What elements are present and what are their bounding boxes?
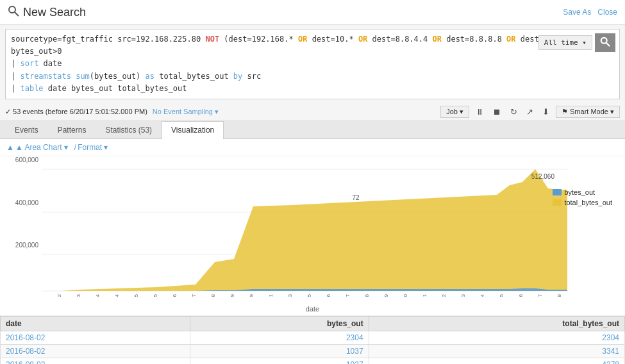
x-axis-label: date: [0, 304, 625, 316]
query-line1: sourcetype=fgt_traffic src=192.168.225.8…: [11, 33, 614, 58]
svg-text:2016-08-13: 2016-08-13: [287, 294, 293, 297]
svg-text:2016-08-04: 2016-08-04: [114, 294, 120, 297]
page-title-area: New Search: [8, 5, 86, 19]
query-line3: | streamstats sum(bytes_out) as total_by…: [11, 70, 614, 83]
share-button[interactable]: ↗: [524, 106, 536, 118]
cell-total-bytes-out: 3341: [369, 344, 624, 358]
header-actions: Save As Close: [563, 8, 617, 17]
table-row: 2016-08-02 1037 4378: [1, 358, 625, 364]
y-axis: 600,000 400,000 200,000: [5, 156, 38, 285]
svg-text:2016-08-22: 2016-08-22: [441, 294, 447, 297]
search-icon: [8, 5, 19, 19]
cell-total-bytes-out: 2304: [369, 331, 624, 344]
cell-date[interactable]: 2016-08-02: [1, 344, 190, 358]
query-line2: | sort date: [11, 58, 614, 70]
svg-text:2016-08-03: 2016-08-03: [76, 294, 81, 297]
tab-statistics[interactable]: Statistics (53): [96, 121, 162, 138]
tab-visualization[interactable]: Visualization: [162, 121, 224, 139]
cell-date[interactable]: 2016-08-02: [1, 358, 190, 364]
status-left: ✓ 53 events (before 6/20/17 5:01:52.000 …: [5, 108, 219, 116]
status-bar: ✓ 53 events (before 6/20/17 5:01:52.000 …: [0, 103, 625, 121]
cell-total-bytes-out: 4378: [369, 358, 624, 364]
legend-total-bytes-out-color: [553, 199, 562, 206]
table-row: 2016-08-02 2304 2304: [1, 331, 625, 344]
svg-text:2016-08-18: 2016-08-18: [364, 294, 370, 297]
legend-total-bytes-out: total_bytes_out: [553, 199, 612, 206]
table-header-row: date bytes_out total_bytes_out: [1, 316, 625, 331]
area-chart-button[interactable]: ▲ ▲ Area Chart ▾: [6, 143, 68, 152]
cell-bytes-out: 1037: [190, 344, 369, 358]
col-total-bytes-out: total_bytes_out: [369, 316, 624, 331]
status-right: Job ▾ ⏸ ⏹ ↻ ↗ ⬇ ⚑ Smart Mode ▾: [440, 106, 620, 118]
cell-bytes-out: 1037: [190, 358, 369, 364]
cell-date[interactable]: 2016-08-02: [1, 331, 190, 344]
svg-text:2016-08-24: 2016-08-24: [479, 294, 485, 297]
svg-text:2016-08-08: 2016-08-08: [210, 294, 216, 297]
svg-text:2016-08-04: 2016-08-04: [95, 294, 101, 297]
format-button[interactable]: / Format ▾: [74, 143, 108, 152]
svg-text:2016-08-09: 2016-08-09: [249, 294, 254, 297]
tab-patterns[interactable]: Patterns: [48, 121, 96, 138]
x-axis-labels: 2016-07-20 2016-08-02 2016-08-03 2016-08…: [42, 294, 562, 297]
total-bytes-out-area: [42, 169, 567, 291]
tabs-bar: Events Patterns Statistics (53) Visualiz…: [0, 121, 625, 139]
stop-button[interactable]: ⏹: [490, 106, 504, 118]
svg-text:2016-08-20: 2016-08-20: [403, 294, 408, 297]
format-icon: /: [74, 143, 76, 152]
close-button[interactable]: Close: [597, 8, 617, 17]
export-button[interactable]: ⬇: [540, 106, 552, 118]
svg-point-0: [9, 6, 15, 13]
col-date: date: [1, 316, 190, 331]
data-table-container[interactable]: date bytes_out total_bytes_out 2016-08-0…: [0, 316, 625, 364]
svg-text:72: 72: [352, 194, 360, 201]
svg-text:2016-08-25: 2016-08-25: [499, 294, 504, 297]
job-button[interactable]: Job ▾: [440, 106, 469, 118]
svg-text:2016-08-28: 2016-08-28: [556, 294, 562, 297]
svg-text:2016-08-05: 2016-08-05: [133, 294, 139, 297]
tab-events[interactable]: Events: [5, 121, 48, 138]
query-line4: | table date bytes_out total_bytes_out: [11, 83, 614, 95]
svg-text:2016-08-16: 2016-08-16: [326, 294, 331, 297]
legend-total-bytes-out-label: total_bytes_out: [564, 199, 612, 206]
col-bytes-out: bytes_out: [190, 316, 369, 331]
svg-text:2016-08-17: 2016-08-17: [345, 294, 351, 297]
legend-bytes-out: bytes_out: [553, 188, 612, 196]
svg-text:2016-08-21: 2016-08-21: [422, 294, 428, 297]
save-as-button[interactable]: Save As: [563, 8, 591, 17]
chart-svg: 512,060 72 2016-07-20 2016-08-02 2016-08…: [42, 163, 567, 297]
svg-text:2016-08-19: 2016-08-19: [383, 294, 389, 297]
legend-bytes-out-label: bytes_out: [564, 188, 595, 196]
svg-text:512,060: 512,060: [531, 173, 555, 180]
page-title: New Search: [23, 6, 86, 19]
svg-line-1: [15, 12, 19, 16]
smart-mode-button[interactable]: ⚑ Smart Mode ▾: [556, 106, 620, 118]
svg-text:2016-08-23: 2016-08-23: [460, 294, 466, 297]
svg-point-2: [601, 38, 607, 44]
svg-text:2016-08-09: 2016-08-09: [229, 294, 235, 297]
svg-text:2016-08-07: 2016-08-07: [191, 294, 197, 297]
svg-text:2016-08-15: 2016-08-15: [306, 294, 312, 297]
search-submit-button[interactable]: [595, 33, 615, 52]
svg-text:2016-08-06: 2016-08-06: [172, 294, 178, 297]
table-row: 2016-08-02 1037 3341: [1, 344, 625, 358]
cell-bytes-out: 2304: [190, 331, 369, 344]
svg-text:2016-08-11: 2016-08-11: [268, 294, 274, 297]
no-event-sampling-button[interactable]: No Event Sampling ▾: [153, 108, 219, 116]
svg-text:2016-07-20: 2016-07-20: [42, 294, 43, 297]
events-count: ✓ 53 events (before 6/20/17 5:01:52.000 …: [5, 108, 147, 116]
svg-text:2016-08-05: 2016-08-05: [153, 294, 158, 297]
query-box: sourcetype=fgt_traffic src=192.168.225.8…: [5, 29, 620, 99]
all-time-select[interactable]: All time ▾: [538, 35, 592, 51]
area-chart-icon: ▲: [6, 143, 14, 152]
chart-area: 600,000 400,000 200,000 512,060 72 2016-…: [0, 156, 625, 304]
refresh-button[interactable]: ↻: [508, 106, 520, 118]
header: New Search Save As Close: [0, 0, 625, 25]
data-table: date bytes_out total_bytes_out 2016-08-0…: [0, 316, 625, 364]
chart-legend: bytes_out total_bytes_out: [553, 188, 612, 206]
pause-button[interactable]: ⏸: [473, 106, 487, 118]
svg-line-3: [606, 43, 610, 46]
legend-bytes-out-color: [553, 189, 562, 195]
svg-text:2016-08-26: 2016-08-26: [518, 294, 524, 297]
svg-text:2016-08-02: 2016-08-02: [56, 294, 62, 297]
chart-toolbar: ▲ ▲ Area Chart ▾ / Format ▾: [0, 139, 625, 156]
